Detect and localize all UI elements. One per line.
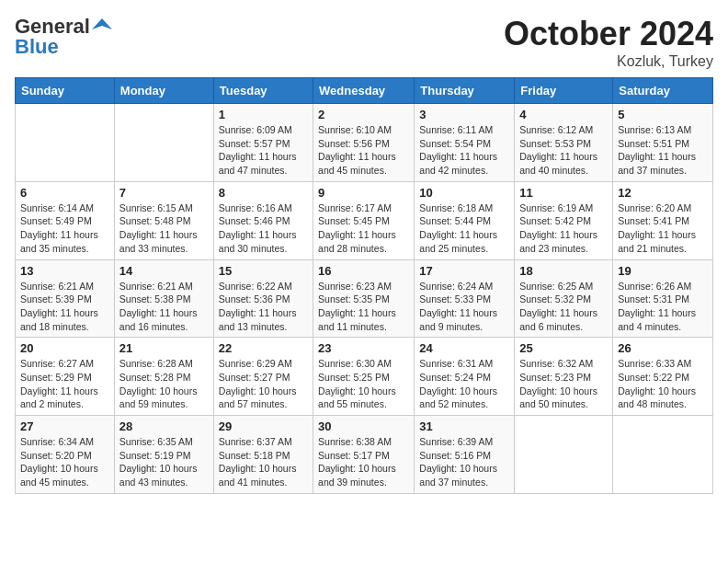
- day-cell: [613, 416, 713, 494]
- day-info: Sunrise: 6:28 AM Sunset: 5:28 PM Dayligh…: [119, 357, 209, 411]
- day-cell: 23Sunrise: 6:30 AM Sunset: 5:25 PM Dayli…: [313, 338, 415, 416]
- day-info: Sunrise: 6:24 AM Sunset: 5:33 PM Dayligh…: [419, 280, 509, 334]
- logo-bird-icon: [92, 17, 112, 37]
- day-cell: 5Sunrise: 6:13 AM Sunset: 5:51 PM Daylig…: [613, 104, 713, 182]
- day-number: 18: [519, 264, 608, 278]
- location: Kozluk, Turkey: [504, 53, 713, 70]
- day-header-saturday: Saturday: [613, 78, 713, 104]
- header-row: SundayMondayTuesdayWednesdayThursdayFrid…: [16, 78, 713, 104]
- day-cell: 18Sunrise: 6:25 AM Sunset: 5:32 PM Dayli…: [515, 259, 613, 338]
- day-number: 19: [618, 264, 708, 278]
- day-number: 22: [219, 341, 308, 355]
- day-info: Sunrise: 6:33 AM Sunset: 5:22 PM Dayligh…: [618, 357, 708, 411]
- day-info: Sunrise: 6:25 AM Sunset: 5:32 PM Dayligh…: [519, 280, 608, 334]
- day-cell: 6Sunrise: 6:14 AM Sunset: 5:49 PM Daylig…: [16, 181, 115, 259]
- day-cell: 4Sunrise: 6:12 AM Sunset: 5:53 PM Daylig…: [515, 104, 613, 182]
- day-header-thursday: Thursday: [415, 78, 515, 104]
- day-number: 21: [119, 341, 209, 355]
- day-cell: 29Sunrise: 6:37 AM Sunset: 5:18 PM Dayli…: [213, 416, 313, 494]
- day-cell: 16Sunrise: 6:23 AM Sunset: 5:35 PM Dayli…: [313, 259, 415, 338]
- month-title: October 2024: [504, 15, 713, 53]
- day-header-sunday: Sunday: [16, 78, 115, 104]
- day-info: Sunrise: 6:12 AM Sunset: 5:53 PM Dayligh…: [519, 123, 608, 178]
- week-row-5: 27Sunrise: 6:34 AM Sunset: 5:20 PM Dayli…: [16, 416, 713, 494]
- day-cell: 9Sunrise: 6:17 AM Sunset: 5:45 PM Daylig…: [313, 181, 415, 259]
- day-info: Sunrise: 6:09 AM Sunset: 5:57 PM Dayligh…: [219, 123, 308, 178]
- day-number: 30: [318, 419, 409, 433]
- day-cell: 12Sunrise: 6:20 AM Sunset: 5:41 PM Dayli…: [613, 181, 713, 259]
- day-info: Sunrise: 6:34 AM Sunset: 5:20 PM Dayligh…: [20, 435, 109, 489]
- logo-blue: Blue: [15, 35, 59, 59]
- week-row-4: 20Sunrise: 6:27 AM Sunset: 5:29 PM Dayli…: [16, 338, 713, 416]
- day-info: Sunrise: 6:27 AM Sunset: 5:29 PM Dayligh…: [20, 357, 109, 411]
- day-info: Sunrise: 6:11 AM Sunset: 5:54 PM Dayligh…: [419, 123, 509, 178]
- day-number: 11: [519, 186, 608, 200]
- day-cell: 25Sunrise: 6:32 AM Sunset: 5:23 PM Dayli…: [515, 338, 613, 416]
- day-info: Sunrise: 6:37 AM Sunset: 5:18 PM Dayligh…: [219, 435, 308, 489]
- day-header-friday: Friday: [515, 78, 613, 104]
- day-number: 31: [419, 419, 509, 433]
- day-cell: 30Sunrise: 6:38 AM Sunset: 5:17 PM Dayli…: [313, 416, 415, 494]
- day-info: Sunrise: 6:39 AM Sunset: 5:16 PM Dayligh…: [419, 435, 509, 489]
- day-number: 8: [219, 186, 308, 200]
- week-row-3: 13Sunrise: 6:21 AM Sunset: 5:39 PM Dayli…: [16, 259, 713, 338]
- day-cell: 10Sunrise: 6:18 AM Sunset: 5:44 PM Dayli…: [415, 181, 515, 259]
- day-info: Sunrise: 6:23 AM Sunset: 5:35 PM Dayligh…: [318, 280, 409, 334]
- day-info: Sunrise: 6:20 AM Sunset: 5:41 PM Dayligh…: [618, 201, 708, 256]
- day-number: 28: [119, 419, 209, 433]
- day-number: 13: [20, 264, 109, 278]
- day-header-monday: Monday: [114, 78, 213, 104]
- day-number: 1: [219, 108, 308, 121]
- day-cell: 21Sunrise: 6:28 AM Sunset: 5:28 PM Dayli…: [114, 338, 213, 416]
- day-number: 12: [618, 186, 708, 200]
- title-block: October 2024 Kozluk, Turkey: [504, 15, 713, 70]
- page-container: General Blue October 2024 Kozluk, Turkey…: [15, 15, 713, 494]
- day-number: 16: [318, 264, 409, 278]
- day-number: 26: [618, 341, 708, 355]
- day-cell: 19Sunrise: 6:26 AM Sunset: 5:31 PM Dayli…: [613, 259, 713, 338]
- day-cell: 3Sunrise: 6:11 AM Sunset: 5:54 PM Daylig…: [415, 104, 515, 182]
- day-cell: 28Sunrise: 6:35 AM Sunset: 5:19 PM Dayli…: [114, 416, 213, 494]
- day-number: 6: [20, 186, 109, 200]
- day-cell: 14Sunrise: 6:21 AM Sunset: 5:38 PM Dayli…: [114, 259, 213, 338]
- day-cell: [515, 416, 613, 494]
- day-header-wednesday: Wednesday: [313, 78, 415, 104]
- day-info: Sunrise: 6:38 AM Sunset: 5:17 PM Dayligh…: [318, 435, 409, 489]
- day-number: 29: [219, 419, 308, 433]
- day-info: Sunrise: 6:31 AM Sunset: 5:24 PM Dayligh…: [419, 357, 509, 411]
- day-number: 17: [419, 264, 509, 278]
- day-info: Sunrise: 6:26 AM Sunset: 5:31 PM Dayligh…: [618, 280, 708, 334]
- day-info: Sunrise: 6:16 AM Sunset: 5:46 PM Dayligh…: [219, 201, 308, 256]
- day-info: Sunrise: 6:18 AM Sunset: 5:44 PM Dayligh…: [419, 201, 509, 256]
- day-cell: 17Sunrise: 6:24 AM Sunset: 5:33 PM Dayli…: [415, 259, 515, 338]
- day-number: 20: [20, 341, 109, 355]
- day-info: Sunrise: 6:21 AM Sunset: 5:39 PM Dayligh…: [20, 280, 109, 334]
- day-cell: 24Sunrise: 6:31 AM Sunset: 5:24 PM Dayli…: [415, 338, 515, 416]
- day-number: 25: [519, 341, 608, 355]
- day-info: Sunrise: 6:15 AM Sunset: 5:48 PM Dayligh…: [119, 201, 209, 256]
- day-number: 7: [119, 186, 209, 200]
- logo: General Blue: [15, 15, 112, 59]
- day-cell: 22Sunrise: 6:29 AM Sunset: 5:27 PM Dayli…: [213, 338, 313, 416]
- day-cell: 11Sunrise: 6:19 AM Sunset: 5:42 PM Dayli…: [515, 181, 613, 259]
- day-cell: 26Sunrise: 6:33 AM Sunset: 5:22 PM Dayli…: [613, 338, 713, 416]
- day-cell: [16, 104, 115, 182]
- day-number: 3: [419, 108, 509, 121]
- day-cell: 7Sunrise: 6:15 AM Sunset: 5:48 PM Daylig…: [114, 181, 213, 259]
- day-number: 4: [519, 108, 608, 121]
- day-info: Sunrise: 6:22 AM Sunset: 5:36 PM Dayligh…: [219, 280, 308, 334]
- day-number: 2: [318, 108, 409, 121]
- svg-marker-0: [92, 18, 112, 29]
- day-cell: 2Sunrise: 6:10 AM Sunset: 5:56 PM Daylig…: [313, 104, 415, 182]
- day-number: 24: [419, 341, 509, 355]
- day-number: 15: [219, 264, 308, 278]
- day-number: 27: [20, 419, 109, 433]
- day-cell: 27Sunrise: 6:34 AM Sunset: 5:20 PM Dayli…: [16, 416, 115, 494]
- day-cell: 13Sunrise: 6:21 AM Sunset: 5:39 PM Dayli…: [16, 259, 115, 338]
- calendar-table: SundayMondayTuesdayWednesdayThursdayFrid…: [15, 77, 713, 494]
- day-info: Sunrise: 6:10 AM Sunset: 5:56 PM Dayligh…: [318, 123, 409, 178]
- day-cell: 8Sunrise: 6:16 AM Sunset: 5:46 PM Daylig…: [213, 181, 313, 259]
- day-info: Sunrise: 6:13 AM Sunset: 5:51 PM Dayligh…: [618, 123, 708, 178]
- day-info: Sunrise: 6:21 AM Sunset: 5:38 PM Dayligh…: [119, 280, 209, 334]
- day-cell: 20Sunrise: 6:27 AM Sunset: 5:29 PM Dayli…: [16, 338, 115, 416]
